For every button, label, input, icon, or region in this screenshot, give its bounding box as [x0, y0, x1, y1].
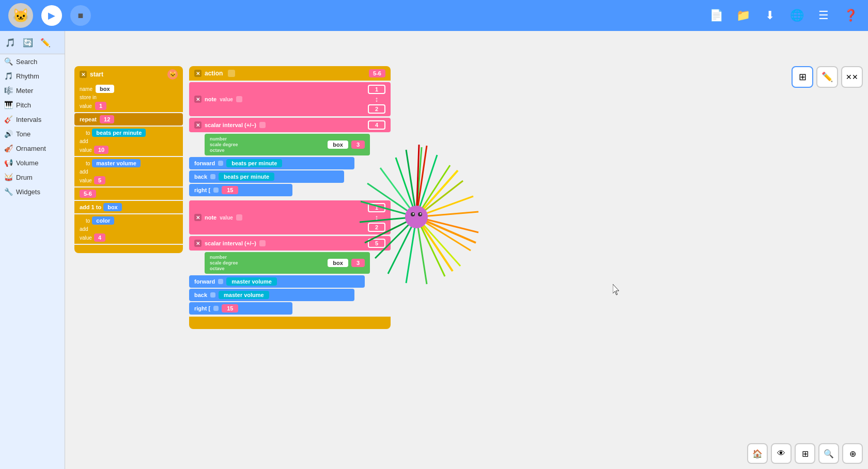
sidebar-item-rhythm-label: Rhythm	[16, 72, 39, 80]
globe-button[interactable]: 🌐	[787, 6, 806, 25]
add1to-label: add 1 to	[80, 204, 101, 210]
sidebar-item-meter-label: Meter	[16, 87, 33, 95]
sprite-area	[339, 134, 494, 312]
scalar2-expand[interactable]: ✕	[194, 240, 202, 247]
right2-connector[interactable]	[213, 306, 219, 311]
start-expand-icon[interactable]: ✕	[80, 71, 87, 78]
zoom-in-button[interactable]: ⊕	[842, 443, 863, 464]
sidebar-item-pitch[interactable]: 🎹 Pitch	[0, 98, 65, 112]
note2-value-label: value	[220, 215, 233, 221]
sidebar-item-meter[interactable]: 🎼 Meter	[0, 83, 65, 98]
sidebar-item-tone-label: Tone	[16, 130, 30, 138]
note1-connector[interactable]	[236, 96, 242, 102]
right1-connector[interactable]	[213, 187, 219, 193]
name-label: name	[80, 86, 92, 92]
back-block-2[interactable]: back master volume	[189, 289, 354, 301]
action-range: 5-6	[369, 69, 385, 77]
sidebar-item-widgets[interactable]: 🔧 Widgets	[0, 184, 65, 199]
download-button[interactable]: ⬇	[761, 6, 779, 25]
repeat-value[interactable]: 12	[100, 115, 114, 123]
canvas-toolbar: ⊞ ✏️ ✕✕	[792, 66, 863, 88]
name-value[interactable]: box	[96, 85, 114, 93]
bpm-label[interactable]: beats per minute	[92, 129, 146, 137]
note1-expand[interactable]: ✕	[194, 96, 202, 103]
music-icon-button[interactable]: 🎵	[3, 35, 18, 50]
sidebar-item-rhythm[interactable]: 🎵 Rhythm	[0, 69, 65, 83]
sidebar-item-search[interactable]: 🔍 Search	[0, 54, 65, 69]
ornament-icon: 🎻	[4, 144, 13, 152]
forward2-connector[interactable]	[218, 279, 223, 284]
forward1-val[interactable]: beats per minute	[226, 159, 282, 167]
sidebar-item-intervals[interactable]: 🎸 Intervals	[0, 112, 65, 127]
note1-val2[interactable]: 2	[368, 104, 385, 114]
pencil-icon-button[interactable]: ✏️	[38, 35, 53, 50]
color-label[interactable]: color	[92, 216, 114, 225]
refresh-icon-button[interactable]: 🔄	[21, 35, 35, 50]
back2-label: back	[194, 292, 207, 298]
back1-connector[interactable]	[210, 174, 215, 179]
right1-val[interactable]: 15	[222, 186, 238, 194]
color-add-value[interactable]: 4	[94, 233, 105, 242]
action-block-header[interactable]: ✕ action 5-6	[189, 66, 391, 81]
add-label-1: add	[80, 138, 88, 144]
search-zoom-button[interactable]: 🔍	[818, 443, 839, 464]
note-block-1[interactable]: ✕ note value 1 ↕ 2	[189, 82, 391, 116]
note2-connector[interactable]	[236, 214, 242, 221]
range-value-1[interactable]: 5-6	[80, 190, 96, 198]
scalar-block-1[interactable]: ✕ scalar interval (+/–) 4	[189, 118, 391, 132]
repeat-label: repeat	[80, 116, 97, 122]
stop-button[interactable]: ■	[70, 5, 91, 26]
meter-icon: 🎼	[4, 86, 13, 95]
search-icon: 🔍	[4, 57, 13, 66]
forward-block-1[interactable]: forward beats per minute	[189, 157, 354, 169]
master-vol-value[interactable]: 5	[94, 176, 105, 184]
sidebar-item-volume[interactable]: 📢 Volume	[0, 155, 65, 170]
menu-button[interactable]: ☰	[814, 6, 833, 25]
share-button[interactable]: ⊞	[795, 443, 815, 464]
scalar1-connector[interactable]	[259, 122, 266, 128]
store-value[interactable]: 1	[95, 102, 106, 110]
logo[interactable]: 🐱	[8, 3, 33, 28]
back1-label: back	[194, 174, 207, 180]
master-vol-label[interactable]: master volume	[92, 159, 141, 167]
back2-val[interactable]: master volume	[219, 291, 269, 299]
open-folder-button[interactable]: 📁	[734, 6, 752, 25]
scalar2-connector[interactable]	[259, 240, 266, 246]
help-button[interactable]: ❓	[841, 6, 860, 25]
scalar1-val[interactable]: 4	[368, 120, 385, 130]
box-label-1[interactable]: box	[103, 203, 122, 211]
sprite-body[interactable]	[405, 206, 428, 228]
sidebar-item-ornament[interactable]: 🎻 Ornament	[0, 141, 65, 155]
play-button[interactable]: ▶	[41, 5, 62, 26]
right-block-1[interactable]: right [ 15	[189, 184, 292, 196]
sidebar-item-tone[interactable]: 🔊 Tone	[0, 127, 65, 141]
edit-mode-button[interactable]: ✏️	[816, 66, 838, 88]
drum-icon: 🥁	[4, 173, 13, 181]
preview-button[interactable]: 👁	[771, 443, 792, 464]
right-block-2[interactable]: right [ 15	[189, 302, 292, 315]
new-file-button[interactable]: 📄	[707, 6, 725, 25]
bpm-add-value[interactable]: 10	[94, 146, 109, 154]
mouse-cursor	[613, 284, 619, 294]
fullscreen-button[interactable]: ✕✕	[841, 66, 863, 88]
home-button[interactable]: 🏠	[747, 443, 768, 464]
back2-connector[interactable]	[210, 292, 215, 298]
sidebar-item-drum[interactable]: 🥁 Drum	[0, 170, 65, 184]
back-block-1[interactable]: back beats per minute	[189, 170, 344, 183]
back1-val[interactable]: beats per minute	[219, 173, 274, 181]
tone-icon: 🔊	[4, 130, 13, 138]
forward2-val[interactable]: master volume	[226, 277, 277, 286]
action-connector[interactable]	[228, 70, 235, 77]
scalar1-expand[interactable]: ✕	[194, 121, 202, 129]
action-expand-icon[interactable]: ✕	[194, 70, 202, 77]
right2-val[interactable]: 15	[222, 304, 238, 312]
start-block-header[interactable]: ✕ start 🐱	[74, 66, 183, 83]
grid-view-button[interactable]: ⊞	[792, 66, 813, 88]
sidebar-item-search-label: Search	[16, 58, 37, 66]
forward-block-2[interactable]: forward master volume	[189, 275, 365, 288]
forward1-connector[interactable]	[218, 161, 223, 166]
note1-val1[interactable]: 1	[368, 85, 385, 94]
note2-expand[interactable]: ✕	[194, 214, 202, 221]
sidebar-item-ornament-label: Ornament	[16, 145, 46, 152]
sprite-eye-right-highlight	[420, 213, 422, 215]
